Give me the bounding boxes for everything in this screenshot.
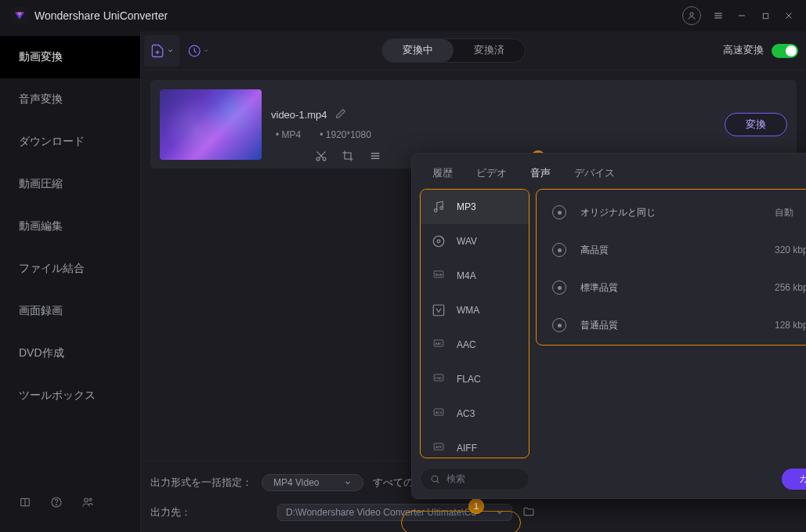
sidebar-item-toolbox[interactable]: ツールボックス bbox=[0, 375, 140, 417]
maximize-icon[interactable] bbox=[759, 9, 772, 22]
sidebar-item-dvd[interactable]: DVD作成 bbox=[0, 332, 140, 375]
popup-tab-device[interactable]: デバイス bbox=[563, 163, 626, 184]
customize-button[interactable]: カスタマイズ bbox=[782, 469, 806, 490]
quality-original[interactable]: オリジナルと同じ自動 bbox=[541, 194, 806, 230]
quality-label: オリジナルと同じ bbox=[580, 206, 775, 219]
video-thumbnail[interactable] bbox=[160, 89, 262, 160]
titlebar-right bbox=[682, 6, 795, 25]
svg-text:M4A: M4A bbox=[436, 273, 443, 277]
format-list: MP3 WAV M4AM4A WMA AACAAC FLACFLAC AC3AC… bbox=[420, 189, 530, 458]
output-format-label: 出力形式を一括指定： bbox=[150, 476, 252, 490]
quality-standard[interactable]: 標準品質256 kbps bbox=[541, 270, 806, 306]
svg-text:AC3: AC3 bbox=[436, 411, 443, 414]
search-icon bbox=[430, 474, 440, 484]
sidebar-item-audio-convert[interactable]: 音声変換 bbox=[0, 78, 140, 121]
format-label: WAV bbox=[457, 236, 477, 247]
sidebar-item-label: 動画編集 bbox=[19, 219, 63, 232]
tab-label: 変換中 bbox=[403, 45, 433, 56]
tab-label: 変換済 bbox=[474, 45, 504, 56]
fast-convert-toggle[interactable] bbox=[772, 44, 798, 58]
format-wma[interactable]: WMA bbox=[421, 293, 529, 328]
output-format-select[interactable]: MP4 Video bbox=[262, 474, 363, 491]
format-label: MP3 bbox=[457, 201, 476, 212]
quality-normal[interactable]: 普通品質128 kbps bbox=[541, 307, 806, 343]
sidebar-item-label: 動画変換 bbox=[19, 50, 63, 63]
popup-footer: 検索 カスタマイズ bbox=[412, 463, 806, 498]
add-url-button[interactable] bbox=[187, 40, 209, 62]
guide-icon[interactable] bbox=[19, 496, 31, 512]
account-icon[interactable] bbox=[81, 496, 94, 512]
popup-tab-label: デバイス bbox=[574, 168, 615, 179]
svg-point-13 bbox=[89, 498, 92, 501]
sidebar-item-record[interactable]: 画面録画 bbox=[0, 290, 140, 332]
format-aac[interactable]: AACAAC bbox=[421, 328, 529, 362]
sidebar: 動画変換 音声変換 ダウンロード 動画圧縮 動画編集 ファイル結合 画面録画 D… bbox=[0, 31, 141, 532]
titlebar: Wondershare UniConverter bbox=[0, 0, 806, 31]
step-badge-1: 1 bbox=[468, 498, 484, 514]
format-aiff[interactable]: AIFFAIFF bbox=[421, 431, 529, 458]
sidebar-item-merge[interactable]: ファイル結合 bbox=[0, 248, 140, 290]
target-icon bbox=[552, 205, 566, 219]
svg-text:AIFF: AIFF bbox=[436, 446, 442, 449]
svg-point-23 bbox=[440, 207, 443, 210]
svg-rect-28 bbox=[433, 305, 444, 316]
quality-label: 高品質 bbox=[580, 244, 775, 257]
popup-tab-history[interactable]: 履歴 bbox=[421, 163, 464, 184]
format-popup: 履歴 ビデオ 音声 デバイス MP3 WAV M4AM4A WMA AACAAC… bbox=[411, 153, 806, 499]
quality-label: 標準品質 bbox=[580, 281, 775, 295]
file-type: MP4 bbox=[282, 129, 302, 140]
svg-rect-5 bbox=[763, 13, 768, 18]
more-icon[interactable] bbox=[368, 150, 382, 165]
format-wav[interactable]: WAV bbox=[421, 224, 529, 259]
quality-value: 128 kbps bbox=[775, 320, 806, 331]
quality-value: 自動 bbox=[775, 206, 806, 219]
edit-icons bbox=[315, 150, 382, 165]
aac-icon: AAC bbox=[432, 338, 446, 352]
popup-tab-video[interactable]: ビデオ bbox=[465, 163, 518, 184]
sidebar-item-compress[interactable]: 動画圧縮 bbox=[0, 163, 140, 205]
sidebar-item-label: 画面録画 bbox=[19, 304, 63, 317]
music-icon bbox=[432, 200, 446, 214]
format-flac[interactable]: FLACFLAC bbox=[421, 362, 529, 396]
svg-point-22 bbox=[434, 209, 437, 212]
menu-icon[interactable] bbox=[712, 9, 725, 22]
ac3-icon: AC3 bbox=[432, 407, 446, 421]
target-icon bbox=[552, 280, 566, 295]
popup-tabs: 履歴 ビデオ 音声 デバイス bbox=[412, 154, 806, 184]
aiff-icon: AIFF bbox=[432, 441, 446, 455]
open-folder-icon[interactable] bbox=[522, 505, 536, 520]
svg-text:FLAC: FLAC bbox=[436, 377, 443, 380]
quality-value: 320 kbps bbox=[775, 244, 806, 255]
cut-icon[interactable] bbox=[315, 150, 327, 165]
chevron-down-icon bbox=[344, 479, 352, 487]
close-icon[interactable] bbox=[783, 9, 795, 22]
svg-point-11 bbox=[56, 505, 56, 505]
output-dir-value: D:\Wondershare Video Converter Ultimate\… bbox=[286, 507, 476, 518]
tab-converting[interactable]: 変換中 bbox=[382, 39, 454, 62]
popup-tab-label: ビデオ bbox=[476, 168, 507, 179]
format-label: AAC bbox=[457, 339, 476, 350]
svg-point-0 bbox=[690, 13, 693, 16]
file-name-row: video-1.mp4 bbox=[271, 108, 371, 121]
format-m4a[interactable]: M4AM4A bbox=[421, 259, 529, 293]
rename-icon[interactable] bbox=[335, 108, 346, 121]
sidebar-item-label: ファイル結合 bbox=[19, 262, 85, 274]
crop-icon[interactable] bbox=[342, 150, 354, 165]
tab-converted[interactable]: 変換済 bbox=[454, 39, 525, 62]
sidebar-item-edit[interactable]: 動画編集 bbox=[0, 205, 140, 248]
customize-label: カスタマイズ bbox=[799, 473, 806, 484]
convert-button[interactable]: 変換 bbox=[725, 113, 787, 136]
format-mp3[interactable]: MP3 bbox=[421, 190, 529, 224]
add-file-button[interactable] bbox=[144, 35, 179, 67]
quality-high[interactable]: 高品質320 kbps bbox=[541, 232, 806, 268]
minimize-icon[interactable] bbox=[736, 9, 748, 22]
chevron-down-icon bbox=[496, 508, 504, 516]
sidebar-item-download[interactable]: ダウンロード bbox=[0, 121, 140, 163]
popup-tab-audio[interactable]: 音声 bbox=[519, 163, 562, 184]
help-icon[interactable] bbox=[50, 496, 63, 512]
quality-value: 256 kbps bbox=[775, 282, 806, 293]
sidebar-item-video-convert[interactable]: 動画変換 bbox=[0, 36, 140, 78]
format-search[interactable]: 検索 bbox=[420, 468, 530, 490]
format-ac3[interactable]: AC3AC3 bbox=[421, 396, 529, 431]
user-avatar[interactable] bbox=[682, 6, 701, 25]
